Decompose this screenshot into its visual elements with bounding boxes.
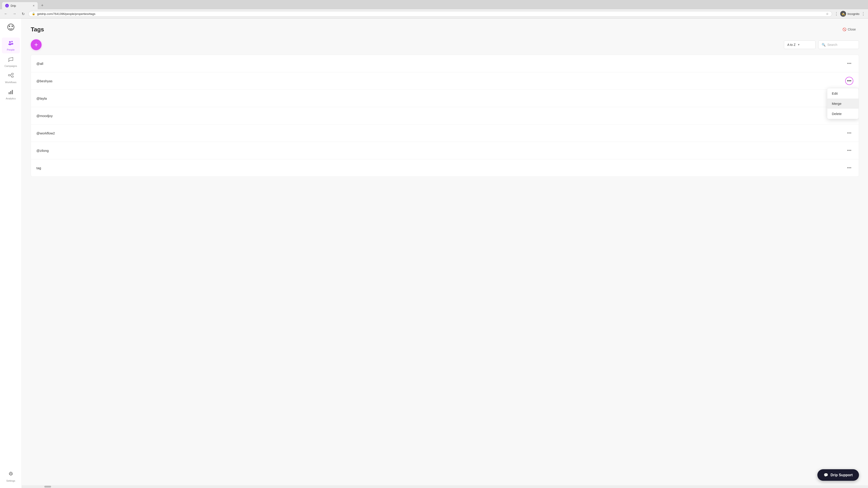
chevron-down-icon: ▼ (798, 43, 800, 46)
people-icon (8, 40, 14, 47)
browser-navigation: ← → ↻ 🔒 getdrip.com/7641396/people/prope… (0, 9, 868, 18)
tag-actions-button[interactable]: ••• (845, 147, 853, 155)
toolbar: + A to Z ▼ 🔍 Search (31, 39, 859, 50)
close-label: Close (848, 28, 856, 31)
table-row: @workflow2 ••• (31, 125, 859, 142)
sidebar-item-label: Analytics (6, 97, 16, 100)
tag-actions-button[interactable]: ••• (845, 129, 853, 137)
svg-point-4 (11, 41, 13, 42)
incognito-button[interactable]: 🕵 Incognito (840, 11, 860, 17)
bookmark-icon: ☆ (826, 12, 829, 15)
svg-rect-10 (8, 74, 10, 76)
svg-point-1 (9, 26, 10, 27)
tag-actions-dropdown: Edit Merge Delete (827, 88, 859, 119)
tab-title: Drip (11, 4, 16, 7)
browser-tabs: ☺ Drip × + (0, 0, 868, 9)
app-logo[interactable] (5, 22, 16, 33)
svg-rect-17 (12, 90, 13, 94)
tag-name: @moodjoy (36, 114, 845, 118)
sidebar-item-label: People (7, 48, 14, 51)
svg-marker-7 (9, 57, 13, 61)
page-title: Tags (31, 26, 44, 33)
tag-actions-button-active[interactable]: ••• (845, 77, 853, 85)
drip-logo (6, 23, 16, 32)
incognito-label: Incognito (847, 12, 860, 15)
sidebar-item-label: Workflows (5, 81, 17, 84)
svg-rect-15 (8, 92, 10, 94)
add-tag-button[interactable]: + (31, 39, 41, 50)
sidebar-item-analytics[interactable]: Analytics (2, 87, 20, 102)
merge-menu-item[interactable]: Merge (827, 98, 859, 109)
campaigns-icon (8, 57, 14, 64)
back-button[interactable]: ← (3, 11, 9, 17)
search-placeholder: Search (827, 43, 837, 46)
tag-name: @zilong (36, 149, 845, 153)
tags-header: Tags 🚫 Close (31, 26, 859, 33)
sidebar-item-campaigns[interactable]: Campaigns (2, 54, 20, 70)
url-text: getdrip.com/7641396/people/properties#ta… (37, 12, 824, 15)
scroll-thumb[interactable] (44, 486, 51, 488)
tag-name: @workflow2 (36, 131, 845, 135)
browser-chrome: ☺ Drip × + ← → ↻ 🔒 getdrip.com/7641396/p… (0, 0, 868, 19)
active-tab[interactable]: ☺ Drip × (2, 2, 38, 9)
app-layout: People Campaigns (0, 19, 868, 488)
sidebar-item-people[interactable]: People (2, 37, 20, 53)
sort-select[interactable]: A to Z ▼ (784, 40, 815, 49)
close-button[interactable]: 🚫 Close (839, 26, 859, 33)
svg-point-9 (8, 61, 9, 62)
search-input[interactable]: 🔍 Search (818, 40, 859, 49)
svg-point-5 (8, 43, 11, 45)
tag-name: @beshyas (36, 79, 845, 83)
forward-button[interactable]: → (11, 11, 18, 17)
svg-rect-16 (10, 91, 11, 94)
table-row: @zilong ••• (31, 142, 859, 159)
close-icon: 🚫 (842, 28, 846, 31)
svg-point-3 (9, 41, 11, 43)
sidebar-item-workflows[interactable]: Workflows (2, 70, 20, 86)
tag-actions-button[interactable]: ••• (845, 164, 853, 172)
new-tab-button[interactable]: + (39, 2, 46, 9)
sidebar-item-settings[interactable]: Settings (2, 469, 20, 484)
svg-rect-11 (11, 73, 13, 74)
tags-list: @all ••• @beshyas ••• Edit Merge Delete (31, 55, 859, 177)
table-row: @moodjoy ••• (31, 107, 859, 125)
refresh-button[interactable]: ↻ (20, 11, 26, 17)
settings-icon (8, 471, 14, 479)
tab-favicon: ☺ (5, 4, 9, 7)
address-bar[interactable]: 🔒 getdrip.com/7641396/people/properties#… (29, 11, 832, 17)
lock-icon: 🔒 (32, 12, 35, 15)
svg-line-14 (10, 75, 11, 76)
svg-point-6 (11, 43, 13, 45)
tag-actions-button[interactable]: ••• (845, 59, 853, 68)
incognito-icon: 🕵 (840, 11, 846, 17)
support-icon: 💬 (824, 473, 828, 477)
sort-value: A to Z (787, 43, 796, 46)
sidebar: People Campaigns (0, 19, 22, 488)
main-panel: Tags 🚫 Close + A to Z ▼ 🔍 Search (22, 19, 868, 485)
tag-name: @all (36, 62, 845, 66)
horizontal-scrollbar[interactable] (22, 485, 868, 488)
sidebar-item-label: Settings (6, 480, 16, 482)
tab-close-button[interactable]: × (33, 4, 35, 7)
extensions-icon[interactable]: ⋮ (834, 11, 838, 16)
table-row: tag ••• (31, 159, 859, 176)
workflows-icon (8, 73, 14, 80)
sidebar-item-label: Campaigns (4, 65, 17, 67)
support-label: Drip Support (831, 473, 852, 477)
delete-menu-item[interactable]: Delete (827, 109, 859, 119)
more-options-icon[interactable]: ⋮ (861, 11, 865, 16)
edit-menu-item[interactable]: Edit (827, 88, 859, 98)
table-row: @layla ••• (31, 90, 859, 107)
favicon-icon: ☺ (6, 4, 8, 7)
search-icon: 🔍 (822, 43, 826, 46)
toolbar-right: A to Z ▼ 🔍 Search (784, 40, 859, 49)
svg-rect-12 (11, 76, 13, 77)
analytics-icon (8, 89, 14, 96)
content-area: Tags 🚫 Close + A to Z ▼ 🔍 Search (22, 19, 868, 488)
svg-line-13 (10, 74, 11, 75)
nav-right-controls: ⋮ 🕵 Incognito ⋮ (834, 11, 865, 17)
drip-support-button[interactable]: 💬 Drip Support (817, 469, 859, 481)
tag-name: tag (36, 166, 845, 170)
svg-point-2 (11, 26, 13, 27)
tag-name: @layla (36, 96, 845, 100)
